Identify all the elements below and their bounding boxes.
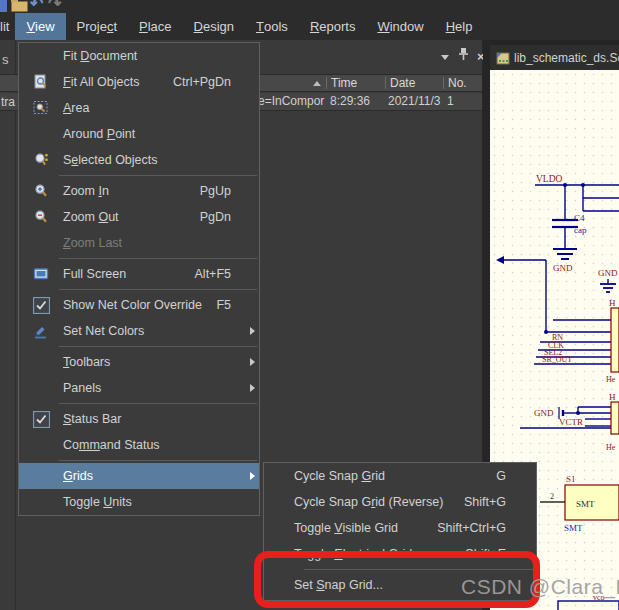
panel-dropdown-icon[interactable]	[441, 55, 449, 60]
menu-item-label: Area	[63, 101, 89, 115]
menu-item-status-bar[interactable]: Status Bar	[19, 406, 259, 432]
menubar-item-help[interactable]: Help	[435, 13, 484, 40]
menubar-item-project[interactable]: Project	[66, 13, 128, 40]
checkbox-checked-icon	[19, 297, 63, 314]
altium-window: ↶ ↷ litViewProjectPlaceDesignToolsReport…	[0, 0, 619, 610]
menu-shortcut: G	[484, 469, 506, 483]
schematic-label-vctr: VCTR	[559, 417, 583, 427]
menubar-item-place[interactable]: Place	[128, 13, 183, 40]
submenu-arrow-icon	[245, 384, 259, 392]
menu-item-toolbars[interactable]: Toolbars	[19, 349, 259, 375]
menu-item-label: Show Net Color Override	[63, 298, 202, 312]
menu-item-label: Toggle Visible Grid	[294, 521, 398, 535]
zoom-out-icon	[19, 209, 63, 225]
redo-icon[interactable]: ↷	[48, 0, 61, 13]
menu-item-label: Grids	[63, 469, 93, 483]
panel-pin-icon[interactable]	[457, 47, 469, 65]
menu-item-toggle-visible-grid[interactable]: Toggle Visible GridShift+Ctrl+G	[264, 515, 536, 541]
sort-ascending-icon	[313, 81, 321, 86]
menu-item-selected-objects[interactable]: Selected Objects	[19, 147, 259, 173]
menu-item-panels[interactable]: Panels	[19, 375, 259, 401]
schematic-label-h: H	[609, 392, 616, 402]
menu-item-full-screen[interactable]: Full ScreenAlt+F5	[19, 261, 259, 287]
menu-item-label: Zoom Out	[63, 210, 119, 224]
menu-item-label: Selected Objects	[63, 153, 158, 167]
schematic-label-h: H	[609, 298, 616, 308]
schematic-label-cap: cap	[574, 225, 587, 235]
zoom-in-icon	[19, 183, 63, 199]
column-header-time[interactable]: Time	[331, 76, 357, 90]
menu-item-label: Set Snap Grid...	[294, 578, 383, 592]
menu-item-label: Cycle Snap Grid (Reverse)	[294, 495, 443, 509]
quick-toolbar: ↶ ↷	[0, 0, 619, 13]
schematic-label-2: 2	[550, 492, 554, 501]
open-folder-icon[interactable]	[11, 1, 28, 12]
column-header-date[interactable]: Date	[390, 76, 415, 90]
menu-item-zoom-out[interactable]: Zoom OutPgDn	[19, 204, 259, 230]
menu-item-cycle-snap-grid[interactable]: Cycle Snap GridG	[264, 463, 536, 489]
schematic-labels: VLDOC4capGNDGNDHRNCLKSEL2SR_OUTHeHGNDVCT…	[534, 174, 618, 602]
schematic-label-gnd: GND	[534, 408, 554, 418]
menu-item-label: Status Bar	[63, 412, 121, 426]
menubar-item-window[interactable]: Window	[366, 13, 434, 40]
menu-item-toggle-units[interactable]: Toggle Units	[19, 489, 259, 515]
panel-divider	[15, 40, 16, 610]
submenu-arrow-icon	[245, 327, 259, 335]
menu-shortcut: PgUp	[188, 184, 231, 198]
menu-item-cycle-snap-grid-reverse[interactable]: Cycle Snap Grid (Reverse)Shift+G	[264, 489, 536, 515]
column-separator	[443, 77, 444, 89]
schematic-label-smt: SMT	[576, 499, 595, 509]
schematic-label-vldo: VLDO	[536, 174, 563, 184]
submenu-arrow-icon	[245, 472, 259, 480]
menu-item-area[interactable]: Area	[19, 95, 259, 121]
menubar-item-view[interactable]: View	[15, 13, 65, 40]
menu-item-around-point[interactable]: Around Point	[19, 121, 259, 147]
schematic-doc-icon	[496, 51, 510, 65]
schematic-label-sr-out: SR_OUT	[542, 355, 572, 364]
menu-item-label: Around Point	[63, 127, 135, 141]
schematic-label-smt: SMT	[564, 523, 583, 533]
schematic-label-gnd: GND	[553, 263, 573, 273]
menu-item-label: Fit All Objects	[63, 75, 139, 89]
column-separator	[326, 77, 327, 89]
menubar-item-design[interactable]: Design	[183, 13, 245, 40]
zoom-selected-icon	[19, 152, 63, 168]
menu-item-label: Toolbars	[63, 355, 110, 369]
menu-shortcut: Shift+Ctrl+G	[425, 521, 506, 535]
message-cell: 8:29:36	[330, 94, 370, 108]
full-screen-icon	[19, 266, 63, 282]
menu-shortcut: Shift+E	[453, 547, 506, 561]
menu-item-command-status[interactable]: Command Status	[19, 432, 259, 458]
watermark: CSDN @Clara_D	[461, 575, 619, 599]
menubar-item-tools[interactable]: Tools	[245, 13, 299, 40]
new-document-icon[interactable]	[0, 0, 7, 12]
menu-item-fit-all-objects[interactable]: Fit All ObjectsCtrl+PgDn	[19, 69, 259, 95]
menu-item-label: Full Screen	[63, 267, 126, 281]
checkbox-checked-icon	[19, 411, 63, 428]
menu-item-zoom-last: Zoom Last	[19, 230, 259, 256]
menu-item-label: Toggle Units	[63, 495, 132, 509]
menu-item-zoom-in[interactable]: Zoom InPgUp	[19, 178, 259, 204]
schematic-label-c4: C4	[574, 213, 585, 223]
column-header-no[interactable]: No.	[448, 76, 467, 90]
menu-item-show-net-color-override[interactable]: Show Net Color OverrideF5	[19, 292, 259, 318]
column-separator	[385, 77, 386, 89]
menu-item-toggle-electrical-grid[interactable]: Toggle Electrical GridShift+E	[264, 541, 536, 567]
message-cell: 2021/11/3	[388, 94, 441, 108]
panel-controls: ×	[441, 49, 485, 63]
menu-item-grids[interactable]: Grids	[19, 463, 259, 489]
net-colors-icon	[19, 323, 63, 339]
menubar-item-lit[interactable]: lit	[0, 13, 15, 40]
menu-item-label: Set Net Colors	[63, 324, 144, 338]
schematic-label-s1: S1	[566, 474, 576, 484]
schematic-label-he: He	[606, 375, 616, 384]
menu-item-fit-document[interactable]: Fit Document	[19, 43, 259, 69]
menu-shortcut: F5	[204, 298, 231, 312]
menu-item-set-net-colors[interactable]: Set Net Colors	[19, 318, 259, 344]
zoom-area-icon	[19, 100, 63, 116]
menubar: litViewProjectPlaceDesignToolsReportsWin…	[0, 13, 619, 40]
menubar-item-reports[interactable]: Reports	[299, 13, 367, 40]
undo-icon[interactable]: ↶	[30, 0, 43, 13]
row-fragment: tra	[1, 95, 15, 109]
document-tab[interactable]: lib_schematic_ds.Sc	[490, 45, 619, 70]
